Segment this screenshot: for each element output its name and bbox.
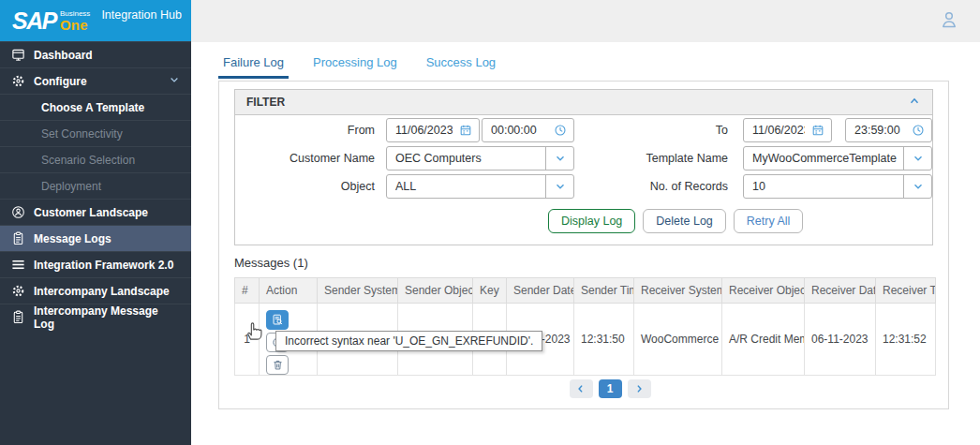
col-receiver-time: Receiver Time xyxy=(876,278,936,304)
gear-icon xyxy=(11,74,25,89)
object-select[interactable]: ALL xyxy=(386,174,574,199)
tab-processing-log[interactable]: Processing Log xyxy=(308,55,402,79)
filter-title: FILTER xyxy=(246,96,285,109)
sidebar-item-label: Customer Landscape xyxy=(34,206,148,219)
sidebar-item-label: Integration Framework 2.0 xyxy=(34,259,173,272)
sidebar-item-dashboard[interactable]: Dashboard xyxy=(0,41,191,67)
error-tooltip: Incorrect syntax near 'U_OE_GN_EXREFUNDI… xyxy=(275,331,542,351)
col-sender-date: Sender Date xyxy=(507,278,574,304)
gear-icon xyxy=(11,284,25,299)
filter-panel: FILTER From 11/06/2023 00:00:00 xyxy=(234,89,933,245)
sidebar-nav: Dashboard Configure Choose A Template Se… xyxy=(0,41,191,330)
chevron-down-icon[interactable] xyxy=(903,175,931,198)
hand-cursor-icon xyxy=(245,320,263,345)
sidebar-item-label: Deployment xyxy=(41,180,101,193)
clipboard-icon xyxy=(11,231,25,246)
template-name-select[interactable]: MyWooCommerceTemplate xyxy=(743,146,932,171)
col-index: # xyxy=(235,278,260,304)
sidebar-item-label: Choose A Template xyxy=(41,101,144,114)
to-time-input[interactable]: 23:59:00 xyxy=(845,118,932,142)
table-header-row: # Action Sender System Sender Object Key… xyxy=(235,278,936,304)
app-root: SAP Business One Integration Hub Dashboa… xyxy=(0,0,980,445)
sidebar-item-integration-framework[interactable]: Integration Framework 2.0 xyxy=(0,251,191,277)
filter-body: From 11/06/2023 00:00:00 To xyxy=(235,115,932,245)
cell-receiver-system: WooCommerce xyxy=(634,304,722,376)
sidebar-item-label: Intercompany Message Log xyxy=(34,304,180,331)
sidebar-item-choose-a-template[interactable]: Choose A Template xyxy=(0,94,191,120)
customer-name-select[interactable]: OEC Computers xyxy=(386,146,574,171)
sidebar-item-scenario-selection[interactable]: Scenario Selection xyxy=(0,146,191,172)
col-sender-system: Sender System xyxy=(318,278,398,304)
sidebar-item-label: Message Logs xyxy=(34,232,111,245)
sidebar-item-set-connectivity[interactable]: Set Connectivity xyxy=(0,120,191,146)
from-date-input[interactable]: 11/06/2023 xyxy=(386,118,480,142)
col-receiver-date: Receiver Date xyxy=(805,278,876,304)
sidebar-item-label: Configure xyxy=(34,75,87,88)
chevron-down-icon xyxy=(169,74,180,88)
col-receiver-object: Receiver Object xyxy=(722,278,805,304)
brand-bar: SAP Business One Integration Hub xyxy=(0,0,191,41)
main-content: Failure Log Processing Log Success Log F… xyxy=(191,42,980,445)
cell-sender-time: 12:31:50 xyxy=(574,304,634,376)
failure-log-panel: FILTER From 11/06/2023 00:00:00 xyxy=(218,81,949,409)
retry-all-button[interactable]: Retry All xyxy=(734,209,804,233)
object-label: Object xyxy=(262,180,375,193)
chevron-down-icon[interactable] xyxy=(545,175,573,198)
to-date-input[interactable]: 11/06/2023 xyxy=(743,118,832,142)
cell-receiver-date: 06-11-2023 xyxy=(805,304,876,376)
filter-actions: Display Log Delete Log Retry All xyxy=(548,209,803,233)
col-key: Key xyxy=(473,278,507,304)
next-page-button[interactable] xyxy=(628,379,651,398)
template-name-label: Template Name xyxy=(597,152,728,165)
calendar-icon[interactable] xyxy=(805,124,831,137)
messages-title: Messages (1) xyxy=(234,256,308,270)
dashboard-icon xyxy=(11,48,25,63)
collapse-chevron-up-icon[interactable] xyxy=(908,95,921,111)
no-of-records-select[interactable]: 10 xyxy=(743,174,932,199)
delete-log-button[interactable]: Delete Log xyxy=(643,209,725,233)
tab-success-log[interactable]: Success Log xyxy=(422,55,500,79)
col-action: Action xyxy=(260,278,318,304)
business-one-logo: Business One xyxy=(60,10,90,32)
view-log-button[interactable] xyxy=(266,310,289,330)
filter-header: FILTER xyxy=(235,90,932,115)
from-time-input[interactable]: 00:00:00 xyxy=(482,118,574,142)
sidebar-item-intercompany-landscape[interactable]: Intercompany Landscape xyxy=(0,277,191,304)
sidebar-item-configure[interactable]: Configure xyxy=(0,67,191,94)
calendar-icon[interactable] xyxy=(453,124,479,137)
clipboard-icon xyxy=(11,310,25,325)
page-1-button[interactable]: 1 xyxy=(599,379,622,398)
to-label: To xyxy=(597,124,728,137)
log-tabs: Failure Log Processing Log Success Log xyxy=(218,55,500,79)
person-circle-icon xyxy=(11,205,25,220)
display-log-button[interactable]: Display Log xyxy=(548,209,635,233)
cell-receiver-time: 12:31:52 xyxy=(876,304,936,376)
chevron-down-icon[interactable] xyxy=(545,147,573,170)
cell-receiver-object: A/R Credit Memo xyxy=(722,304,805,376)
topbar xyxy=(191,0,980,42)
prev-page-button[interactable] xyxy=(570,379,593,398)
no-of-records-label: No. of Records xyxy=(597,180,728,193)
sidebar-item-intercompany-message-log[interactable]: Intercompany Message Log xyxy=(0,304,191,330)
col-receiver-system: Receiver System xyxy=(634,278,722,304)
delete-message-button[interactable] xyxy=(266,355,289,375)
product-title: Integration Hub xyxy=(101,8,181,22)
col-sender-time: Sender Time xyxy=(574,278,634,304)
col-sender-object: Sender Object xyxy=(398,278,473,304)
sidebar: SAP Business One Integration Hub Dashboa… xyxy=(0,0,191,445)
sidebar-item-message-logs[interactable]: Message Logs xyxy=(0,225,191,251)
sidebar-item-label: Set Connectivity xyxy=(41,127,123,141)
pagination: 1 xyxy=(245,379,974,398)
sidebar-item-deployment[interactable]: Deployment xyxy=(0,172,191,199)
tab-failure-log[interactable]: Failure Log xyxy=(218,55,289,79)
sidebar-item-label: Intercompany Landscape xyxy=(34,285,170,298)
chevron-down-icon[interactable] xyxy=(903,147,931,170)
clock-icon[interactable] xyxy=(905,124,931,137)
user-icon[interactable] xyxy=(939,9,959,34)
sap-logo: SAP xyxy=(12,9,56,33)
clock-icon[interactable] xyxy=(547,124,573,137)
sidebar-item-customer-landscape[interactable]: Customer Landscape xyxy=(0,199,191,225)
from-label: From xyxy=(262,124,375,137)
menu-lines-icon xyxy=(11,258,25,273)
sidebar-item-label: Dashboard xyxy=(34,49,93,62)
